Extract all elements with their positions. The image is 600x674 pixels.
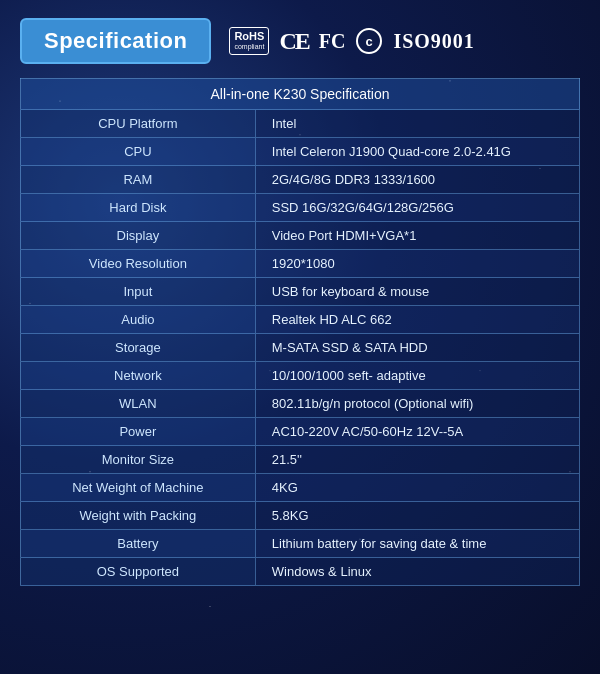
row-label: Storage (21, 334, 256, 362)
table-row: BatteryLithium battery for saving date &… (21, 530, 580, 558)
row-label: RAM (21, 166, 256, 194)
row-value: Lithium battery for saving date & time (255, 530, 579, 558)
rohs-main-text: RoHS (234, 30, 264, 43)
table-row: DisplayVideo Port HDMI+VGA*1 (21, 222, 580, 250)
table-row: RAM2G/4G/8G DDR3 1333/1600 (21, 166, 580, 194)
table-row: Monitor Size21.5'' (21, 446, 580, 474)
rohs-sub-text: compliant (234, 43, 264, 51)
table-row: AudioRealtek HD ALC 662 (21, 306, 580, 334)
row-value: M-SATA SSD & SATA HDD (255, 334, 579, 362)
row-value: 4KG (255, 474, 579, 502)
row-value: Video Port HDMI+VGA*1 (255, 222, 579, 250)
certifications: RoHS compliant CE FC c ISO9001 (229, 27, 474, 55)
row-label: Network (21, 362, 256, 390)
row-value: AC10-220V AC/50-60Hz 12V--5A (255, 418, 579, 446)
table-row: WLAN802.11b/g/n protocol (Optional wifi) (21, 390, 580, 418)
row-value: 10/100/1000 seft- adaptive (255, 362, 579, 390)
row-label: Input (21, 278, 256, 306)
row-label: Power (21, 418, 256, 446)
row-value: SSD 16G/32G/64G/128G/256G (255, 194, 579, 222)
row-value: 1920*1080 (255, 250, 579, 278)
table-title: All-in-one K230 Specification (21, 79, 580, 110)
table-row: CPUIntel Celeron J1900 Quad-core 2.0-2.4… (21, 138, 580, 166)
row-label: CPU (21, 138, 256, 166)
row-label: Net Weight of Machine (21, 474, 256, 502)
rohs-cert: RoHS compliant (229, 27, 269, 55)
row-value: Intel (255, 110, 579, 138)
iso-cert: ISO9001 (393, 30, 474, 53)
row-label: Battery (21, 530, 256, 558)
row-label: Audio (21, 306, 256, 334)
row-value: USB for keyboard & mouse (255, 278, 579, 306)
fc-cert: FC (319, 30, 346, 53)
table-row: OS SupportedWindows & Linux (21, 558, 580, 586)
table-row: Video Resolution1920*1080 (21, 250, 580, 278)
table-row: Weight with Packing5.8KG (21, 502, 580, 530)
spec-title: Specification (44, 28, 187, 53)
ce-cert: CE (279, 28, 308, 55)
row-label: WLAN (21, 390, 256, 418)
row-label: Weight with Packing (21, 502, 256, 530)
spec-table: All-in-one K230 Specification CPU Platfo… (20, 78, 580, 586)
row-label: Display (21, 222, 256, 250)
svg-text:c: c (366, 34, 373, 49)
ccc-cert: c (355, 27, 383, 55)
row-value: Realtek HD ALC 662 (255, 306, 579, 334)
row-value: Intel Celeron J1900 Quad-core 2.0-2.41G (255, 138, 579, 166)
table-row: CPU PlatformIntel (21, 110, 580, 138)
row-label: Monitor Size (21, 446, 256, 474)
table-row: StorageM-SATA SSD & SATA HDD (21, 334, 580, 362)
row-value: 2G/4G/8G DDR3 1333/1600 (255, 166, 579, 194)
row-value: 802.11b/g/n protocol (Optional wifi) (255, 390, 579, 418)
table-row: Net Weight of Machine4KG (21, 474, 580, 502)
table-header-row: All-in-one K230 Specification (21, 79, 580, 110)
row-label: CPU Platform (21, 110, 256, 138)
row-label: OS Supported (21, 558, 256, 586)
page-header: Specification RoHS compliant CE FC c ISO… (20, 18, 580, 64)
row-value: Windows & Linux (255, 558, 579, 586)
table-row: Hard DiskSSD 16G/32G/64G/128G/256G (21, 194, 580, 222)
table-row: PowerAC10-220V AC/50-60Hz 12V--5A (21, 418, 580, 446)
spec-title-box: Specification (20, 18, 211, 64)
table-row: Network10/100/1000 seft- adaptive (21, 362, 580, 390)
row-value: 5.8KG (255, 502, 579, 530)
row-label: Video Resolution (21, 250, 256, 278)
table-row: InputUSB for keyboard & mouse (21, 278, 580, 306)
row-label: Hard Disk (21, 194, 256, 222)
row-value: 21.5'' (255, 446, 579, 474)
